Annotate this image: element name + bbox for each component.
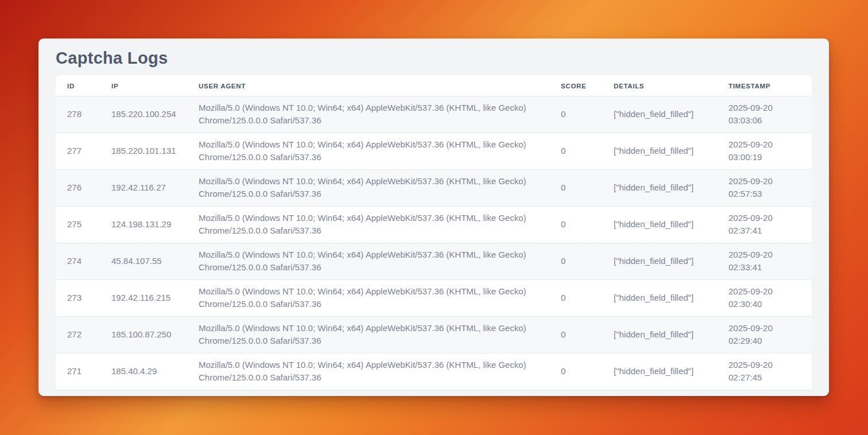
cell-details: ["hidden_field_filled"] [602, 353, 717, 390]
cell-id: 273 [56, 279, 100, 316]
table-row: 276 192.42.116.27 Mozilla/5.0 (Windows N… [56, 169, 812, 206]
captcha-logs-table: ID IP USER AGENT SCORE DETAILS TIMESTAMP… [56, 75, 812, 390]
cell-id: 274 [56, 243, 100, 279]
cell-score: 0 [549, 243, 602, 279]
table-row: 274 45.84.107.55 Mozilla/5.0 (Windows NT… [56, 243, 812, 279]
cell-score: 0 [549, 169, 602, 206]
cell-score: 0 [549, 133, 602, 169]
cell-ip: 124.198.131.29 [100, 206, 187, 243]
table-body: 278 185.220.100.254 Mozilla/5.0 (Windows… [56, 96, 812, 390]
column-header-score: SCORE [549, 75, 602, 96]
cell-user-agent: Mozilla/5.0 (Windows NT 10.0; Win64; x64… [187, 316, 549, 353]
cell-ip: 192.42.116.27 [100, 169, 187, 206]
column-header-timestamp: TIMESTAMP [717, 75, 812, 96]
cell-id: 278 [56, 96, 100, 133]
cell-details: ["hidden_field_filled"] [602, 96, 717, 133]
table-row: 273 192.42.116.215 Mozilla/5.0 (Windows … [56, 279, 812, 316]
cell-score: 0 [549, 279, 602, 316]
table-row: 272 185.100.87.250 Mozilla/5.0 (Windows … [56, 316, 812, 353]
cell-timestamp: 2025-09-20 02:33:41 [717, 243, 812, 279]
cell-ip: 185.100.87.250 [100, 316, 187, 353]
captcha-logs-card: Captcha Logs ID IP USER AGENT SCORE DETA… [38, 38, 829, 396]
cell-timestamp: 2025-09-20 02:37:41 [717, 206, 812, 243]
cell-id: 271 [56, 353, 100, 390]
cell-details: ["hidden_field_filled"] [602, 169, 717, 206]
cell-user-agent: Mozilla/5.0 (Windows NT 10.0; Win64; x64… [187, 279, 549, 316]
cell-ip: 45.84.107.55 [100, 243, 187, 279]
cell-details: ["hidden_field_filled"] [602, 279, 717, 316]
cell-details: ["hidden_field_filled"] [602, 206, 717, 243]
cell-score: 0 [549, 353, 602, 390]
table-header: ID IP USER AGENT SCORE DETAILS TIMESTAMP [56, 75, 812, 96]
cell-timestamp: 2025-09-20 02:30:40 [717, 279, 812, 316]
table-row: 277 185.220.101.131 Mozilla/5.0 (Windows… [56, 133, 812, 169]
column-header-details: DETAILS [602, 75, 717, 96]
cell-id: 275 [56, 206, 100, 243]
cell-score: 0 [549, 316, 602, 353]
table-row: 275 124.198.131.29 Mozilla/5.0 (Windows … [56, 206, 812, 243]
cell-ip: 185.220.100.254 [100, 96, 187, 133]
cell-score: 0 [549, 206, 602, 243]
cell-user-agent: Mozilla/5.0 (Windows NT 10.0; Win64; x64… [187, 169, 549, 206]
cell-timestamp: 2025-09-20 02:57:53 [717, 169, 812, 206]
cell-timestamp: 2025-09-20 03:00:19 [717, 133, 812, 169]
captcha-logs-table-container: ID IP USER AGENT SCORE DETAILS TIMESTAMP… [56, 75, 812, 390]
table-header-row: ID IP USER AGENT SCORE DETAILS TIMESTAMP [56, 75, 812, 96]
column-header-id: ID [56, 75, 100, 96]
page-title: Captcha Logs [56, 49, 812, 67]
cell-ip: 185.220.101.131 [100, 133, 187, 169]
cell-user-agent: Mozilla/5.0 (Windows NT 10.0; Win64; x64… [187, 353, 549, 390]
cell-user-agent: Mozilla/5.0 (Windows NT 10.0; Win64; x64… [187, 133, 549, 169]
cell-details: ["hidden_field_filled"] [602, 316, 717, 353]
column-header-ip: IP [100, 75, 187, 96]
cell-user-agent: Mozilla/5.0 (Windows NT 10.0; Win64; x64… [187, 243, 549, 279]
cell-id: 272 [56, 316, 100, 353]
cell-score: 0 [549, 96, 602, 133]
cell-ip: 185.40.4.29 [100, 353, 187, 390]
cell-timestamp: 2025-09-20 03:03:06 [717, 96, 812, 133]
table-row: 278 185.220.100.254 Mozilla/5.0 (Windows… [56, 96, 812, 133]
cell-user-agent: Mozilla/5.0 (Windows NT 10.0; Win64; x64… [187, 206, 549, 243]
table-row: 271 185.40.4.29 Mozilla/5.0 (Windows NT … [56, 353, 812, 390]
cell-ip: 192.42.116.215 [100, 279, 187, 316]
cell-id: 276 [56, 169, 100, 206]
cell-timestamp: 2025-09-20 02:29:40 [717, 316, 812, 353]
cell-user-agent: Mozilla/5.0 (Windows NT 10.0; Win64; x64… [187, 96, 549, 133]
column-header-user-agent: USER AGENT [187, 75, 549, 96]
cell-timestamp: 2025-09-20 02:27:45 [717, 353, 812, 390]
cell-details: ["hidden_field_filled"] [602, 133, 717, 169]
cell-details: ["hidden_field_filled"] [602, 243, 717, 279]
cell-id: 277 [56, 133, 100, 169]
